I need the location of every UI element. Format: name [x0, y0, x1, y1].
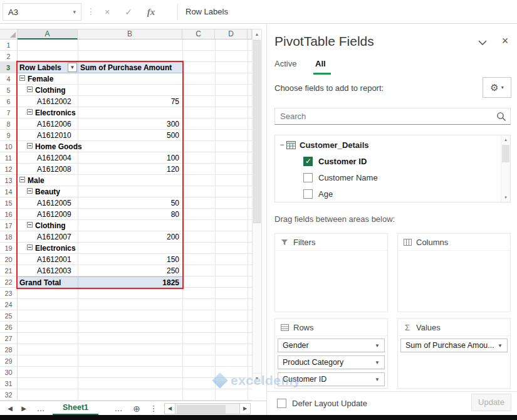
row-header-18[interactable]: 18	[0, 231, 18, 243]
row-header-20[interactable]: 20	[0, 254, 18, 265]
cell-A11[interactable]: A1612004	[18, 152, 78, 164]
dropdown-icon[interactable]: ▼	[375, 343, 380, 349]
values-drop-zone[interactable]: Sum of Purchase Amou...▼	[398, 336, 510, 358]
row-header-5[interactable]: 5	[0, 85, 18, 96]
add-sheet-icon[interactable]: ⊕	[130, 401, 143, 416]
cell-B22[interactable]: 1825	[78, 277, 182, 288]
row-header-13[interactable]: 13	[0, 175, 18, 186]
scrollbar-thumb[interactable]	[177, 405, 226, 414]
row-header-32[interactable]: 32	[0, 389, 18, 401]
pane-options-button[interactable]	[478, 39, 489, 48]
rows-field-1[interactable]: Product Category▼	[278, 355, 385, 369]
cell-A8[interactable]: A1612006	[18, 118, 78, 130]
checkbox-unchecked[interactable]	[303, 173, 313, 182]
row-header-30[interactable]: 30	[0, 367, 18, 378]
cell-B15[interactable]: 50	[78, 197, 182, 209]
scroll-down-icon[interactable]: ▼	[253, 373, 261, 383]
sheet-nav-left-icon[interactable]: ◀	[5, 401, 15, 416]
row-header-10[interactable]: 10	[0, 141, 18, 152]
collapse-icon[interactable]	[27, 188, 33, 194]
sheet-tab-sheet1[interactable]: Sheet1	[53, 401, 98, 416]
collapse-icon[interactable]	[27, 109, 33, 115]
scrollbar-thumb[interactable]	[253, 40, 261, 223]
col-header-A[interactable]: A	[18, 29, 78, 39]
filters-drop-zone[interactable]	[275, 251, 387, 256]
tab-all[interactable]: All	[315, 59, 326, 68]
field-list-scrollbar[interactable]: ▲ ▼	[501, 135, 510, 202]
rows-drop-zone[interactable]: Gender▼Product Category▼Customer ID▼	[275, 336, 387, 392]
name-box-dropdown-icon[interactable]: ▾	[73, 9, 76, 15]
cell-B3[interactable]: Sum of Purchase Amount	[78, 62, 182, 73]
scrollbar-track[interactable]	[175, 403, 239, 414]
cell-A22[interactable]: Grand Total	[18, 277, 78, 288]
rows-field-2[interactable]: Customer ID▼	[278, 372, 385, 386]
cell-B9[interactable]: 500	[78, 130, 182, 141]
cell-A12[interactable]: A1612008	[18, 164, 78, 175]
row-header-31[interactable]: 31	[0, 378, 18, 389]
tab-overflow-right-icon[interactable]: …	[113, 401, 124, 416]
defer-layout-checkbox[interactable]	[277, 399, 286, 408]
field-table-row[interactable]: − Customer_Details	[275, 137, 510, 153]
collapse-icon[interactable]	[27, 244, 33, 250]
row-header-26[interactable]: 26	[0, 322, 18, 333]
dropdown-icon[interactable]: ▼	[498, 343, 503, 349]
cell-A3[interactable]: Row Labels▼	[18, 62, 78, 73]
scroll-up-icon[interactable]: ▲	[253, 29, 261, 39]
row-header-12[interactable]: 12	[0, 164, 18, 175]
select-all-button[interactable]	[0, 29, 18, 39]
close-button[interactable]: ×	[499, 34, 511, 48]
row-header-17[interactable]: 17	[0, 220, 18, 231]
collapse-icon[interactable]	[19, 75, 25, 81]
row-header-6[interactable]: 6	[0, 96, 18, 107]
columns-drop-zone[interactable]	[398, 251, 510, 256]
cell-B6[interactable]: 75	[78, 96, 182, 107]
horizontal-scrollbar[interactable]: ◀ ▶	[164, 403, 251, 414]
cell-B21[interactable]: 250	[78, 265, 182, 276]
dropdown-icon[interactable]: ▼	[375, 377, 380, 382]
cell-A15[interactable]: A1612005	[18, 197, 78, 209]
update-button[interactable]: Update	[471, 394, 511, 411]
name-box[interactable]: A3 ▾	[3, 3, 81, 21]
cell-A14[interactable]: Beauty	[18, 186, 78, 197]
row-header-8[interactable]: 8	[0, 118, 18, 130]
cell-A7[interactable]: Electronics	[18, 107, 78, 118]
cell-A16[interactable]: A1612009	[18, 209, 78, 220]
col-header-B[interactable]: B	[78, 29, 182, 39]
insert-function-button[interactable]: fx	[143, 4, 159, 20]
cell-B16[interactable]: 80	[78, 209, 182, 220]
row-header-4[interactable]: 4	[0, 73, 18, 85]
cell-A20[interactable]: A1612001	[18, 254, 78, 265]
row-header-29[interactable]: 29	[0, 355, 18, 367]
cell-A17[interactable]: Clothing	[18, 220, 78, 231]
cell-A9[interactable]: A1612010	[18, 130, 78, 141]
cell-A13[interactable]: Male	[18, 175, 78, 186]
cell-B20[interactable]: 150	[78, 254, 182, 265]
row-header-23[interactable]: 23	[0, 288, 18, 299]
field-item-customer-id[interactable]: Customer ID	[275, 153, 510, 169]
values-field-0[interactable]: Sum of Purchase Amou...▼	[400, 339, 508, 352]
search-input[interactable]	[274, 108, 511, 125]
row-header-15[interactable]: 15	[0, 197, 18, 209]
row-header-27[interactable]: 27	[0, 333, 18, 344]
cell-A4[interactable]: Female	[18, 73, 78, 85]
row-header-25[interactable]: 25	[0, 310, 18, 322]
cell-A10[interactable]: Home Goods	[18, 141, 78, 152]
scroll-up-icon[interactable]: ▲	[501, 135, 510, 144]
col-header-C[interactable]: C	[182, 29, 215, 39]
enter-button[interactable]: ✓	[120, 4, 137, 20]
tab-active[interactable]: Active	[274, 59, 296, 68]
cell-A18[interactable]: A1612007	[18, 231, 78, 243]
cancel-button[interactable]: ×	[99, 4, 115, 20]
tab-menu-icon[interactable]: ⋮	[149, 401, 158, 416]
dropdown-icon[interactable]: ▼	[375, 360, 380, 365]
row-header-3[interactable]: 3	[0, 62, 18, 73]
row-header-2[interactable]: 2	[0, 51, 18, 62]
tools-button[interactable]: ⚙ ▾	[483, 77, 511, 98]
tab-overflow-left-icon[interactable]: …	[35, 401, 46, 416]
collapse-icon[interactable]	[27, 143, 33, 149]
cell-B11[interactable]: 100	[78, 152, 182, 164]
tree-collapse-icon[interactable]: −	[278, 140, 286, 149]
row-header-21[interactable]: 21	[0, 265, 18, 276]
row-header-28[interactable]: 28	[0, 344, 18, 355]
row-header-19[interactable]: 19	[0, 243, 18, 254]
